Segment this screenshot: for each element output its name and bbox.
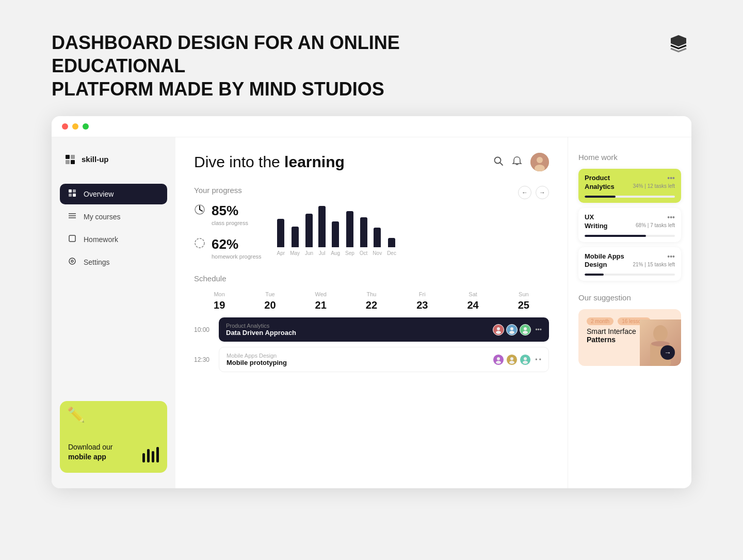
svg-point-23 (510, 327, 513, 330)
progress-title: Your progress (194, 186, 262, 260)
chart-bar-aug: Aug (331, 221, 340, 256)
day-thu: Thu 22 (346, 291, 397, 311)
brand-logo (666, 31, 691, 59)
chart-bar-jul: Jul (318, 206, 326, 256)
sidebar-nav: Overview My courses (60, 184, 167, 401)
suggestion-image (640, 319, 681, 366)
event-card-1[interactable]: Product Analytics Data Driven Approach (219, 317, 549, 342)
schedule-section: Schedule Mon 19 Tue 20 Wed 21 (194, 274, 549, 372)
svg-point-31 (524, 357, 527, 360)
svg-point-13 (71, 260, 73, 262)
sidebar-brand: skill-up (60, 153, 167, 165)
hw-icon (194, 237, 205, 251)
sidebar-item-courses[interactable]: My courses (60, 206, 167, 227)
event-card-2[interactable]: Mobile Apps Design Mobile prototyping (219, 347, 549, 372)
progress-header: Your progress (194, 186, 549, 260)
svg-rect-11 (69, 235, 75, 242)
suggestion-section-title: Our suggestion (578, 293, 681, 302)
user-avatar[interactable] (530, 153, 549, 171)
overview-label: Overview (84, 190, 114, 198)
svg-rect-7 (73, 194, 76, 197)
class-icon (194, 204, 205, 218)
event-subtitle-2: Mobile Apps Design (227, 353, 287, 359)
event-title-2: Mobile prototyping (227, 359, 287, 366)
hw-more-1[interactable]: ••• (667, 174, 675, 182)
schedule-title: Schedule (194, 274, 549, 283)
chart-bar-may: May (290, 227, 300, 256)
svg-point-17 (537, 157, 543, 163)
page-title: DASHBOARD DESIGN FOR AN ONLINE EDUCATION… (52, 31, 454, 101)
svg-rect-5 (73, 189, 76, 193)
sidebar-item-settings[interactable]: Settings (60, 252, 167, 273)
search-button[interactable] (493, 156, 504, 169)
hw-fill-2 (585, 235, 646, 237)
download-app-card[interactable]: ✏️ Download our mobile app (60, 401, 167, 473)
hw-card-header-2: UXWriting ••• 68% | 7 tasks left (585, 213, 675, 231)
download-text: Download our mobile app (68, 442, 159, 462)
day-wed: Wed 21 (296, 291, 346, 311)
avatar-2 (506, 324, 518, 335)
chart-bar-sep: Sep (345, 211, 354, 256)
hw-progress-bar-2 (585, 235, 675, 237)
chart-bar-jun: Jun (305, 214, 313, 256)
suggestion-card[interactable]: 2 month 16 lessons Smart Interface Patte… (578, 309, 681, 366)
more-icon-2: • • (535, 356, 541, 363)
overview-icon (67, 189, 77, 199)
svg-point-33 (653, 325, 668, 342)
chart-bar-dec: Dec (387, 238, 396, 256)
header-icons (493, 153, 549, 171)
avatar-5 (506, 354, 518, 365)
day-tue: Tue 20 (245, 291, 295, 311)
courses-icon (67, 212, 77, 222)
day-sat: Sat 24 (447, 291, 498, 311)
hw-fill-1 (585, 196, 616, 198)
hw-more-2[interactable]: ••• (667, 213, 675, 221)
homework-label: Homework (84, 235, 118, 244)
hw-stats-1: 34% | 12 tasks left (633, 183, 675, 189)
day-mon: Mon 19 (194, 291, 245, 311)
dashboard-window: skill-up Overview (52, 116, 691, 488)
svg-line-15 (500, 163, 503, 165)
svg-rect-6 (69, 194, 72, 197)
day-fri: Fri 23 (397, 291, 447, 311)
notification-button[interactable] (512, 156, 522, 169)
sidebar-item-overview[interactable]: Overview (60, 184, 167, 204)
hw-more-3[interactable]: ••• (667, 252, 675, 261)
event-info-2: Mobile Apps Design Mobile prototyping (227, 353, 287, 366)
chart-bar-oct: Oct (360, 217, 368, 256)
event-avatars-1: ••• (493, 324, 542, 335)
hw-card-ux[interactable]: UXWriting ••• 68% | 7 tasks left (578, 208, 681, 242)
close-button[interactable] (62, 123, 68, 130)
chart-next-button[interactable]: → (536, 186, 549, 199)
chart-prev-button[interactable]: ← (518, 186, 531, 199)
maximize-button[interactable] (83, 123, 89, 130)
progress-stats: 85% class progress (194, 203, 262, 260)
progress-section: Your progress (194, 186, 549, 260)
chart-bar-apr: Apr (277, 219, 285, 256)
event-row-1: 10:00 Product Analytics Data Driven Appr… (194, 317, 549, 342)
courses-label: My courses (84, 213, 121, 221)
hw-progress-bar-3 (585, 274, 675, 276)
hw-stats-2: 68% | 7 tasks left (636, 222, 675, 228)
svg-point-32 (523, 361, 528, 364)
chart-bar-nov: Nov (373, 228, 382, 256)
svg-point-25 (524, 327, 527, 330)
main-greeting: Dive into the learning (194, 153, 345, 171)
svg-point-29 (510, 357, 513, 360)
hw-card-mobile[interactable]: Mobile AppsDesign ••• 21% | 15 tasks lef… (578, 247, 681, 281)
svg-rect-1 (71, 155, 75, 159)
hw-card-analytics[interactable]: ProductAnalytics ••• 34% | 12 tasks left (578, 169, 681, 203)
hw-card-header-3: Mobile AppsDesign ••• 21% | 15 tasks lef… (585, 252, 675, 270)
schedule-events: 10:00 Product Analytics Data Driven Appr… (194, 317, 549, 372)
minimize-button[interactable] (72, 123, 78, 130)
settings-icon (67, 257, 77, 267)
hw-progress-bar-1 (585, 196, 675, 198)
sidebar: skill-up Overview (52, 137, 175, 488)
sidebar-item-homework[interactable]: Homework (60, 229, 167, 250)
event-time-2: 12:30 (194, 356, 213, 363)
svg-rect-0 (66, 155, 70, 159)
homework-icon (67, 234, 77, 245)
class-progress-info: 85% class progress (212, 203, 248, 226)
svg-rect-2 (66, 160, 70, 164)
event-time-1: 10:00 (194, 326, 213, 333)
